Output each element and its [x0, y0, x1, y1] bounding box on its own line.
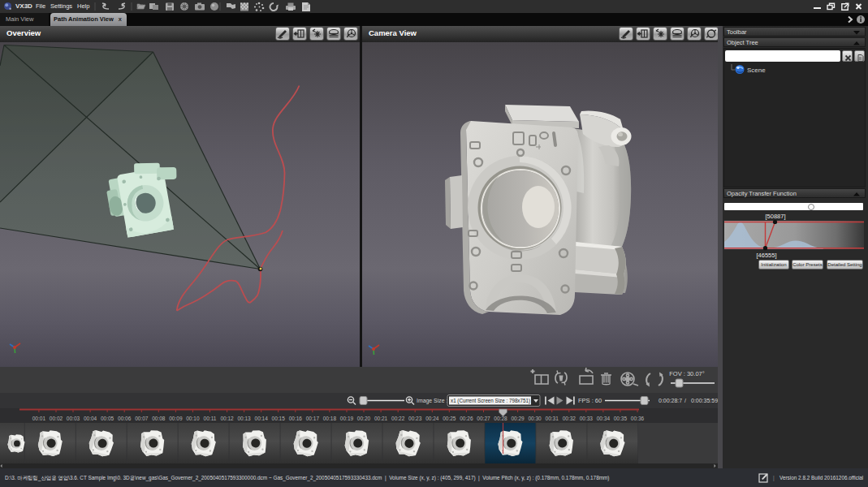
svg-text:[46555]: [46555]: [756, 252, 776, 259]
svg-text:x1 (Current Screen Size : 798x: x1 (Current Screen Size : 798x751): [451, 398, 530, 404]
svg-text:FOV : 30.07°: FOV : 30.07°: [669, 370, 704, 377]
svg-text:0:00:28:7: 0:00:28:7: [659, 398, 682, 403]
svg-text:FPS : 60: FPS : 60: [578, 397, 602, 404]
svg-text:/: /: [684, 398, 686, 403]
svg-text:[50887]: [50887]: [765, 213, 785, 220]
svg-text:0:00:35:59: 0:00:35:59: [691, 398, 718, 403]
svg-text:Image Size :: Image Size :: [417, 398, 447, 404]
svg-text:Scene: Scene: [747, 67, 766, 74]
